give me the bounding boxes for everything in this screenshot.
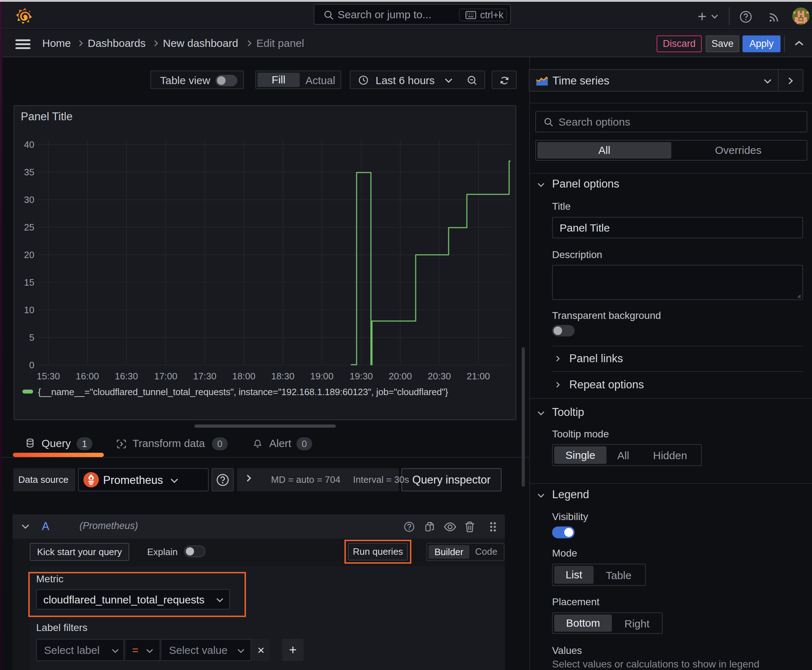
svg-text:15: 15 — [24, 277, 34, 288]
svg-text:30: 30 — [24, 195, 34, 205]
svg-text:16:00: 16:00 — [76, 371, 99, 382]
svg-text:5: 5 — [29, 332, 34, 343]
svg-text:15:30: 15:30 — [37, 371, 60, 382]
svg-text:25: 25 — [24, 222, 34, 233]
svg-text:20:30: 20:30 — [427, 371, 451, 382]
svg-text:19:00: 19:00 — [310, 371, 333, 382]
svg-text:19:30: 19:30 — [349, 371, 373, 382]
svg-text:35: 35 — [24, 167, 34, 178]
svg-text:18:30: 18:30 — [271, 371, 294, 382]
svg-text:21:00: 21:00 — [466, 371, 490, 382]
svg-text:0: 0 — [29, 360, 34, 371]
svg-text:20:00: 20:00 — [388, 371, 412, 382]
svg-text:20: 20 — [24, 249, 34, 260]
svg-text:40: 40 — [24, 139, 34, 150]
svg-text:10: 10 — [24, 305, 34, 315]
svg-text:16:30: 16:30 — [115, 371, 138, 382]
svg-text:17:30: 17:30 — [193, 371, 216, 382]
svg-text:{__name__="cloudflared_tunnel_: {__name__="cloudflared_tunnel_total_requ… — [38, 387, 448, 397]
svg-text:17:00: 17:00 — [154, 371, 177, 382]
svg-text:18:00: 18:00 — [232, 371, 255, 382]
